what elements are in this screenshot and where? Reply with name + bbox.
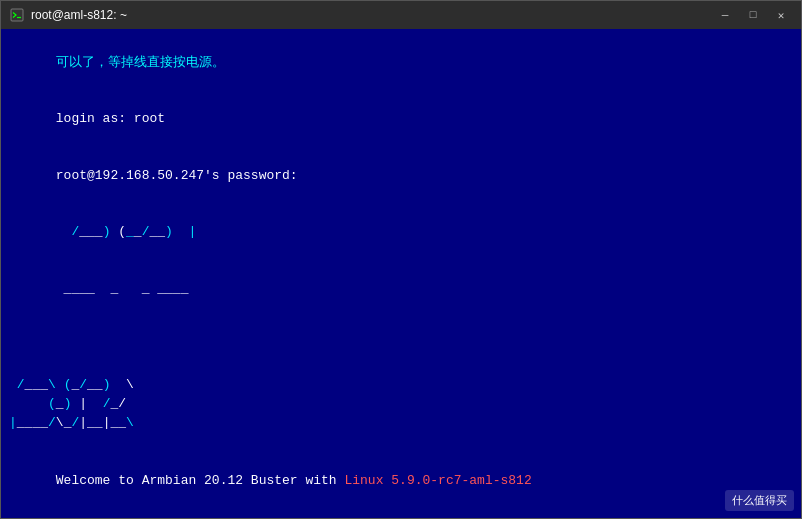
- close-button[interactable]: ✕: [769, 6, 793, 24]
- logo-line-1: /___) (__/__) |: [9, 205, 793, 262]
- terminal-line-login: login as: root: [9, 92, 793, 149]
- window-controls: — □ ✕: [713, 6, 793, 24]
- terminal-line-chinese: 可以了，等掉线直接按电源。: [9, 35, 793, 92]
- svg-rect-0: [11, 9, 23, 21]
- window-title: root@aml-s812: ~: [31, 8, 793, 22]
- logo-line-2: ____ _ _ ____: [9, 261, 793, 318]
- maximize-button[interactable]: □: [741, 6, 765, 24]
- terminal-body[interactable]: 可以了，等掉线直接按电源。 login as: root root@192.16…: [1, 29, 801, 518]
- terminal-icon: [9, 7, 25, 23]
- blank-2: [9, 510, 793, 518]
- watermark: 什么值得买: [725, 490, 794, 511]
- logo-line-fake: [9, 318, 793, 375]
- ascii-logo: /___\ (_/__) \ (_) | /_/ |____/\_/|__|__…: [9, 376, 793, 433]
- welcome-line: Welcome to Armbian 20.12 Buster with Lin…: [9, 454, 793, 511]
- terminal-line-password: root@192.168.50.247's password:: [9, 148, 793, 205]
- minimize-button[interactable]: —: [713, 6, 737, 24]
- terminal-window: root@aml-s812: ~ — □ ✕ 可以了，等掉线直接按电源。 log…: [0, 0, 802, 519]
- titlebar: root@aml-s812: ~ — □ ✕: [1, 1, 801, 29]
- blank-1: [9, 435, 793, 454]
